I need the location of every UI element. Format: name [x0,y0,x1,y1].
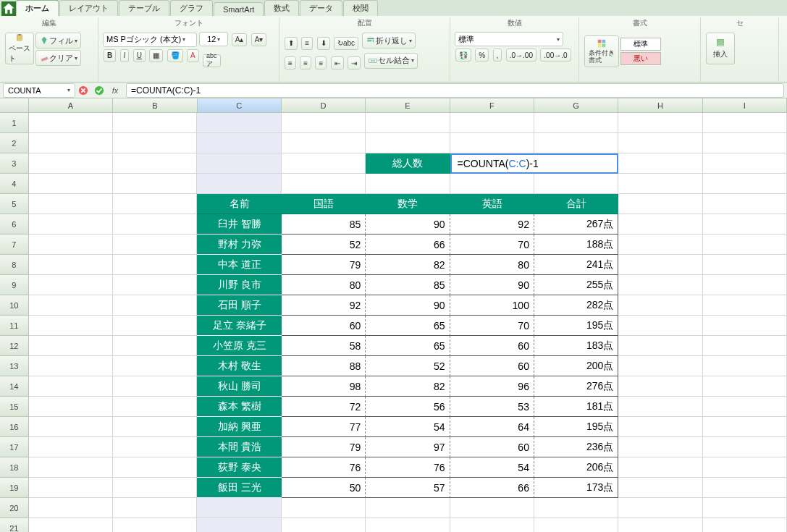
cell-E20[interactable] [366,498,450,518]
cell-B1[interactable] [113,113,197,133]
cell-A12[interactable] [29,336,113,356]
number-format-select[interactable]: 標準▾ [455,32,563,46]
row-header-19[interactable]: 19 [0,478,29,498]
cell-I5[interactable] [703,194,787,214]
cell-A6[interactable] [29,214,113,235]
row-header-10[interactable]: 10 [0,295,29,316]
cell-H14[interactable] [618,376,702,397]
cell-A20[interactable] [29,498,113,518]
row-header-5[interactable]: 5 [0,194,29,214]
table-header[interactable]: 合計 [534,194,618,214]
name-cell[interactable]: 川野 良市 [197,275,281,295]
cell-H17[interactable] [618,437,702,457]
total-cell[interactable]: 255点 [534,275,618,295]
data-cell[interactable]: 85 [366,275,450,295]
cell-B15[interactable] [113,397,197,417]
data-cell[interactable]: 80 [282,275,366,295]
align-middle-button[interactable]: ≡ [301,37,313,50]
cell-I10[interactable] [703,295,787,316]
data-cell[interactable]: 90 [366,295,450,316]
cell-H8[interactable] [618,255,702,275]
cell-F1[interactable] [450,113,534,133]
cell-A19[interactable] [29,478,113,498]
orientation-button[interactable]: ↻abc [334,37,358,50]
row-header-21[interactable]: 21 [0,518,29,532]
cell-H3[interactable] [618,153,702,174]
align-left-button[interactable]: ≡ [285,56,296,69]
select-all-corner[interactable] [0,98,29,113]
cell-C20[interactable] [197,498,281,518]
cell-H13[interactable] [618,356,702,376]
cell-E1[interactable] [366,113,450,133]
cell-B4[interactable] [113,174,197,194]
cell-C1[interactable] [197,113,281,133]
data-cell[interactable]: 76 [282,457,366,478]
data-cell[interactable]: 92 [282,295,366,316]
cell-D21[interactable] [282,518,366,532]
cell-B2[interactable] [113,133,197,153]
col-header-I[interactable]: I [703,98,787,113]
cell-style-normal[interactable]: 標準 [620,38,661,51]
align-center-button[interactable]: ≡ [300,56,311,69]
tab-formula[interactable]: 数式 [264,0,299,16]
cell-B17[interactable] [113,437,197,457]
total-cell[interactable]: 200点 [534,356,618,376]
data-cell[interactable]: 100 [450,295,534,316]
data-cell[interactable]: 60 [282,316,366,336]
cell-B16[interactable] [113,417,197,437]
cell-B12[interactable] [113,336,197,356]
cell-E21[interactable] [366,518,450,532]
data-cell[interactable]: 97 [366,437,450,457]
cell-I12[interactable] [703,336,787,356]
row-header-18[interactable]: 18 [0,457,29,478]
col-header-C[interactable]: C [198,98,282,113]
row-header-16[interactable]: 16 [0,417,29,437]
cell-D1[interactable] [282,113,366,133]
name-cell[interactable]: 野村 力弥 [197,235,281,255]
total-cell[interactable]: 276点 [534,376,618,397]
total-cell[interactable]: 241点 [534,255,618,275]
tab-chart[interactable]: グラフ [170,0,213,16]
data-cell[interactable]: 96 [450,376,534,397]
cell-I19[interactable] [703,478,787,498]
font-name-select[interactable]: MS Pゴシック (本文)▾ [103,33,197,47]
cell-A18[interactable] [29,457,113,478]
cell-H19[interactable] [618,478,702,498]
name-cell[interactable]: 森本 繁樹 [197,397,281,417]
name-cell[interactable]: 加納 興亜 [197,417,281,437]
cell-A16[interactable] [29,417,113,437]
total-cell[interactable]: 267点 [534,214,618,235]
name-cell[interactable]: 足立 奈緒子 [197,316,281,336]
cell-B9[interactable] [113,275,197,295]
total-cell[interactable]: 195点 [534,417,618,437]
cell-C2[interactable] [197,133,281,153]
increase-decimal-button[interactable]: .0→.00 [506,48,536,62]
table-header[interactable]: 英語 [450,194,534,214]
cell-B11[interactable] [113,316,197,336]
cell-D3[interactable] [282,153,366,174]
data-cell[interactable]: 58 [282,336,366,356]
cell-C4[interactable] [197,174,281,194]
total-cell[interactable]: 206点 [534,457,618,478]
cell-B8[interactable] [113,255,197,275]
indent-increase-button[interactable]: ⇥ [348,56,361,69]
data-cell[interactable]: 66 [450,478,534,498]
name-box[interactable]: COUNTA ▾ [3,83,75,98]
cell-H1[interactable] [618,113,702,133]
table-header[interactable]: 国語 [282,194,366,214]
fill-color-button[interactable]: 🪣 [167,49,183,62]
name-cell[interactable]: 小笠原 克三 [197,336,281,356]
cell-I21[interactable] [703,518,787,532]
name-cell[interactable]: 秋山 勝司 [197,376,281,397]
row-header-2[interactable]: 2 [0,133,29,153]
cell-A2[interactable] [29,133,113,153]
table-header[interactable]: 名前 [197,194,281,214]
paste-button[interactable]: ペースト [5,33,34,64]
increase-font-button[interactable]: A▴ [232,33,248,46]
cell-I16[interactable] [703,417,787,437]
col-header-F[interactable]: F [450,98,534,113]
total-cell[interactable]: 195点 [534,316,618,336]
cell-I14[interactable] [703,376,787,397]
phonetic-button[interactable]: abcア [203,54,221,67]
row-header-17[interactable]: 17 [0,437,29,457]
